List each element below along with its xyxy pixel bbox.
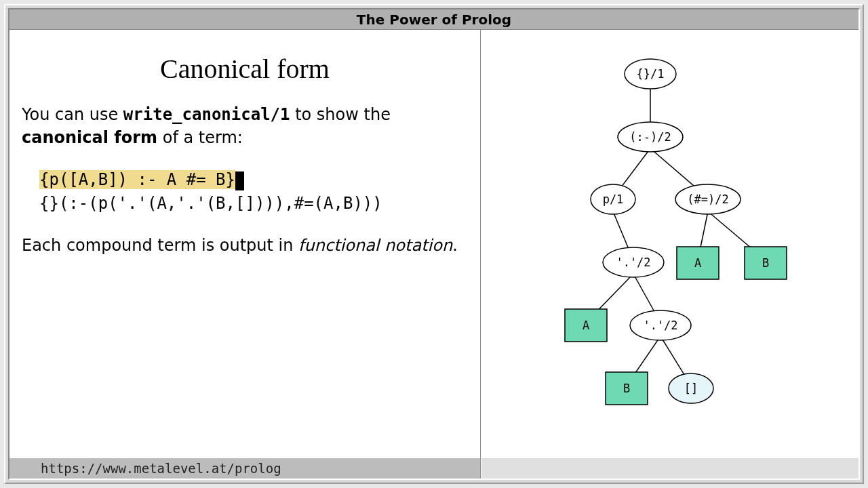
- emphasis-functional-notation: functional notation: [298, 236, 452, 255]
- predicate-name: write_canonical/1: [123, 105, 290, 124]
- code-output-line: {}(:-(p('.'(A,'.'(B,[]))),#=(A,B))): [39, 192, 480, 216]
- text-fragment: of a term:: [157, 128, 243, 147]
- footer-bar: https://www.metalevel.at/prolog: [9, 458, 481, 479]
- window-frame-outer: The Power of Prolog Canonical form You c…: [4, 4, 864, 484]
- page-heading: Canonical form: [9, 53, 480, 85]
- footer-url: https://www.metalevel.at/prolog: [41, 461, 281, 476]
- text-cursor: [235, 171, 244, 190]
- tree-node-label: '.'/2: [616, 256, 650, 269]
- tree-node-label: A: [694, 256, 701, 270]
- code-block: {p([A,B]) :- A #= B} {}(:-(p('.'(A,'.'(B…: [39, 168, 480, 216]
- right-pane: {}/1 (:-)/2 p/1 (#=)/2 '.'/2 A: [481, 30, 859, 479]
- code-input-line: {p([A,B]) :- A #= B}: [39, 168, 480, 192]
- text-fragment: .: [452, 236, 458, 255]
- emphasis-canonical-form: canonical form: [22, 128, 157, 147]
- window-title: The Power of Prolog: [357, 12, 511, 28]
- tree-node-label: B: [762, 256, 769, 270]
- text-fragment: You can use: [22, 105, 123, 124]
- paragraph-2: Each compound term is output in function…: [22, 235, 468, 258]
- tree-node-label: []: [684, 382, 698, 395]
- paragraph-1: You can use write_canonical/1 to show th…: [22, 104, 468, 149]
- tree-node-label: (#=)/2: [687, 192, 728, 206]
- term-tree-diagram: {}/1 (:-)/2 p/1 (#=)/2 '.'/2 A: [481, 30, 861, 450]
- text-fragment: to show the: [290, 105, 391, 124]
- tree-node-label: p/1: [603, 192, 624, 206]
- content-area: Canonical form You can use write_canonic…: [9, 30, 859, 479]
- footer-bar-right: [481, 458, 859, 479]
- tree-node-label: A: [583, 319, 589, 332]
- tree-node-label: (:-)/2: [629, 130, 671, 144]
- left-pane: Canonical form You can use write_canonic…: [9, 30, 481, 479]
- tree-node-label: '.'/2: [643, 319, 677, 332]
- text-fragment: Each compound term is output in: [22, 236, 298, 255]
- window-frame-inner: The Power of Prolog Canonical form You c…: [8, 8, 860, 480]
- title-bar: The Power of Prolog: [9, 9, 859, 30]
- tree-node-label: {}/1: [637, 67, 665, 81]
- tree-node-label: B: [623, 382, 630, 395]
- code-input-highlight: {p([A,B]) :- A #= B}: [39, 170, 235, 189]
